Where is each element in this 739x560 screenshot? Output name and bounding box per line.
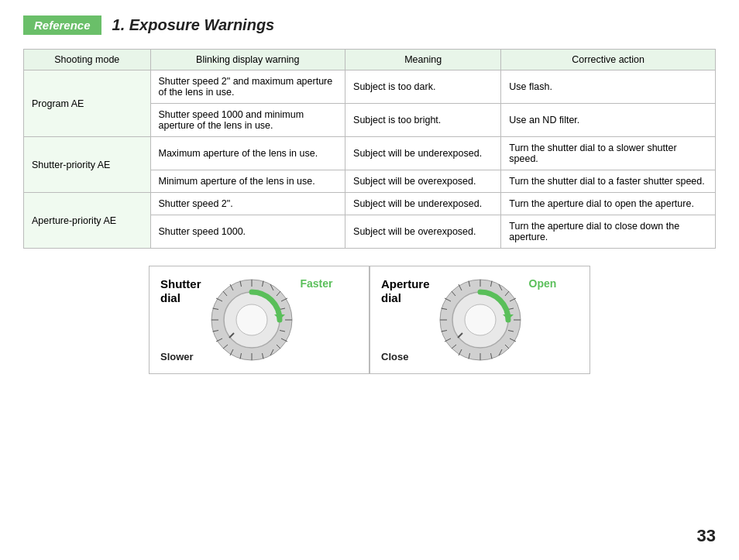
meaning-1-2: Subject is too bright.	[345, 104, 501, 137]
aperture-side-labels: Open	[529, 277, 557, 362]
col-header-action: Corrective action	[501, 50, 716, 70]
meaning-1-1: Subject is too dark.	[345, 70, 501, 104]
page-title: 1. Exposure Warnings	[112, 16, 275, 34]
table-row: Program AE Shutter speed 2" and maximum …	[24, 70, 716, 104]
shutter-dial-labels: Shutterdial Slower	[160, 277, 201, 362]
page-number: 33	[697, 526, 716, 546]
aperture-dial-box: Aperturedial Close	[370, 266, 590, 374]
blink-2-2: Minimum aperture of the lens in use.	[150, 170, 345, 193]
reference-badge: Reference	[23, 15, 101, 35]
page-header: Reference 1. Exposure Warnings	[23, 15, 716, 35]
aperture-dial-labels: Aperturedial Close	[381, 277, 430, 362]
meaning-3-1: Subject will be underexposed.	[345, 193, 501, 215]
table-row: Shutter-priority AE Maximum aperture of …	[24, 137, 716, 170]
action-1-2: Use an ND filter.	[501, 104, 716, 137]
meaning-3-2: Subject will be overexposed.	[345, 215, 501, 249]
table-row: Aperture-priority AE Shutter speed 2". S…	[24, 193, 716, 215]
blink-1-1: Shutter speed 2" and maximum aperture of…	[150, 70, 345, 104]
col-header-mode: Shooting mode	[24, 50, 151, 70]
mode-aperture-priority: Aperture-priority AE	[24, 193, 151, 249]
aperture-dial-visual	[438, 277, 523, 362]
mode-program-ae: Program AE	[24, 70, 151, 137]
col-header-meaning: Meaning	[345, 50, 501, 70]
shutter-dial-svg	[209, 277, 294, 362]
action-3-2: Turn the aperture dial to close down the…	[501, 215, 716, 249]
dial-diagrams: Shutterdial Slower	[145, 266, 594, 374]
blink-1-2: Shutter speed 1000 and minimum aperture …	[150, 104, 345, 137]
action-2-2: Turn the shutter dial to a faster shutte…	[501, 170, 716, 193]
action-1-1: Use flash.	[501, 70, 716, 104]
close-label: Close	[381, 351, 430, 362]
col-header-blink: Blinking display warning	[150, 50, 345, 70]
shutter-dial-name: Shutterdial	[160, 277, 201, 305]
aperture-dial-svg	[438, 277, 523, 362]
shutter-side-labels: Faster	[301, 277, 333, 362]
exposure-warnings-table: Shooting mode Blinking display warning M…	[23, 49, 716, 249]
shutter-dial-box: Shutterdial Slower	[149, 266, 370, 374]
action-3-1: Turn the aperture dial to open the apert…	[501, 193, 716, 215]
meaning-2-1: Subject will be underexposed.	[345, 137, 501, 170]
aperture-dial-name: Aperturedial	[381, 277, 430, 305]
svg-point-55	[465, 304, 496, 335]
open-label: Open	[529, 277, 557, 290]
action-2-1: Turn the shutter dial to a slower shutte…	[501, 137, 716, 170]
blink-2-1: Maximum aperture of the lens in use.	[150, 137, 345, 170]
meaning-2-2: Subject will be overexposed.	[345, 170, 501, 193]
shutter-dial-visual	[209, 277, 294, 362]
blink-3-1: Shutter speed 2".	[150, 193, 345, 215]
faster-label: Faster	[301, 277, 333, 290]
svg-point-26	[236, 304, 267, 335]
blink-3-2: Shutter speed 1000.	[150, 215, 345, 249]
shutter-slower-label: Slower	[160, 351, 201, 362]
mode-shutter-priority: Shutter-priority AE	[24, 137, 151, 193]
